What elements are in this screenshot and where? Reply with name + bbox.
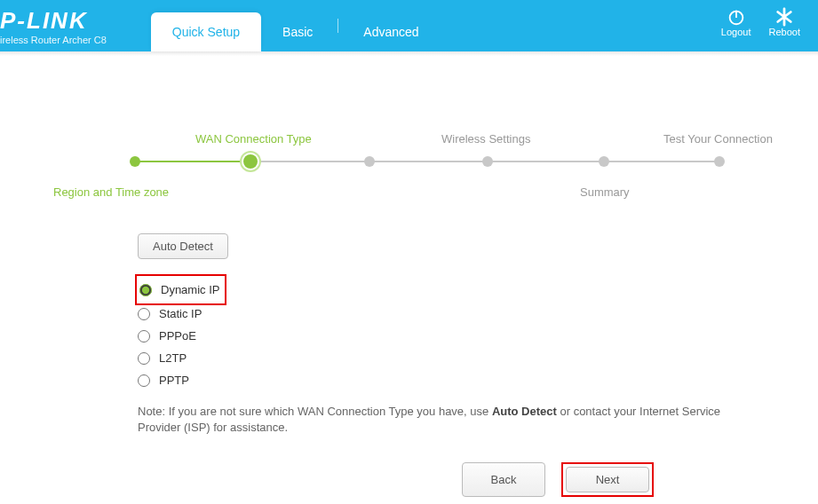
power-icon: [727, 7, 746, 27]
radio-label-l2tp: L2TP: [159, 351, 187, 365]
device-name: ireless Router Archer C8: [0, 35, 107, 45]
next-highlight: Next: [561, 462, 654, 497]
logout-label: Logout: [721, 27, 751, 37]
radio-label-pppoe: PPPoE: [159, 329, 196, 343]
radio-input-pptp[interactable]: [138, 374, 150, 387]
step-label-test: Test Your Connection: [663, 132, 773, 146]
header-actions: Logout Reboot: [721, 7, 800, 37]
step-label-wireless: Wireless Settings: [441, 132, 530, 146]
dynamic-ip-highlight: Dynamic IP: [135, 274, 226, 305]
logo-block: P-LINK ireless Router Archer C8: [0, 7, 107, 45]
step-node-wireless[interactable]: [482, 156, 493, 167]
radio-pptp[interactable]: PPTP: [138, 369, 765, 391]
step-label-region: Region and Time zone: [53, 185, 169, 199]
content: Region and Time zone WAN Connection Type…: [0, 56, 818, 504]
radio-input-l2tp[interactable]: [138, 352, 150, 365]
step-label-summary: Summary: [580, 185, 630, 199]
reboot-button[interactable]: Reboot: [769, 7, 800, 37]
step-node-summary[interactable]: [599, 156, 609, 167]
note-prefix: Note: If you are not sure which WAN Conn…: [138, 405, 492, 418]
radio-input-pppoe[interactable]: [138, 330, 150, 343]
brand-logo: P-LINK: [0, 7, 107, 35]
note-bold: Auto Detect: [492, 405, 557, 418]
auto-detect-button[interactable]: Auto Detect: [138, 233, 228, 259]
step-node-test[interactable]: [714, 156, 725, 167]
nav-divider: [338, 19, 338, 33]
radio-dynamic-ip[interactable]: Dynamic IP: [139, 279, 219, 301]
step-node-region[interactable]: [130, 156, 140, 167]
radio-static-ip[interactable]: Static IP: [138, 303, 765, 325]
step-label-wan: WAN Connection Type: [195, 132, 312, 146]
radio-l2tp[interactable]: L2TP: [138, 347, 765, 369]
logout-button[interactable]: Logout: [721, 7, 751, 37]
radio-label-pptp: PPTP: [159, 374, 189, 387]
radio-input-dynamic[interactable]: [139, 284, 152, 296]
nav-tabs: Quick Setup Basic Advanced: [151, 0, 441, 51]
radio-label-static: Static IP: [159, 307, 202, 320]
step-node-wan[interactable]: [243, 154, 258, 169]
setup-stepper: Region and Time zone WAN Connection Type…: [53, 127, 765, 207]
tab-quick-setup[interactable]: Quick Setup: [151, 12, 261, 51]
wan-type-radio-group: Dynamic IP Static IP PPPoE L2TP PPTP: [138, 277, 765, 391]
header: P-LINK ireless Router Archer C8 Quick Se…: [0, 0, 818, 51]
note-text: Note: If you are not sure which WAN Conn…: [138, 404, 765, 436]
tab-advanced[interactable]: Advanced: [342, 12, 440, 51]
actions-row: Back Next: [462, 462, 765, 497]
asterisk-icon: [774, 7, 794, 27]
radio-pppoe[interactable]: PPPoE: [138, 325, 765, 347]
stepper-line-active: [135, 161, 250, 162]
form-area: Auto Detect Dynamic IP Static IP PPPoE L…: [138, 233, 765, 497]
radio-input-static[interactable]: [138, 308, 150, 320]
tab-basic[interactable]: Basic: [261, 12, 334, 51]
radio-label-dynamic: Dynamic IP: [161, 283, 219, 296]
next-button[interactable]: Next: [566, 467, 649, 492]
reboot-label: Reboot: [769, 27, 800, 37]
back-button[interactable]: Back: [462, 462, 545, 497]
step-node-unnamed: [364, 156, 375, 167]
